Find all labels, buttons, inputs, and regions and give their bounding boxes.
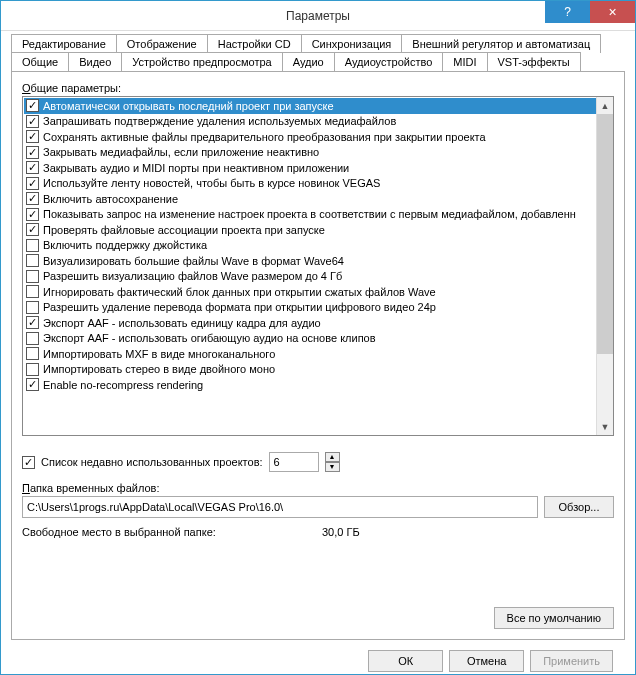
option-label: Игнорировать фактический блок данных при… bbox=[43, 286, 436, 298]
list-item[interactable]: Включить поддержку джойстика bbox=[24, 238, 612, 254]
option-label: Разрешить визуализацию файлов Wave разме… bbox=[43, 270, 342, 282]
list-item[interactable]: Enable no-recompress rendering bbox=[24, 377, 612, 393]
checkbox[interactable] bbox=[26, 115, 39, 128]
checkbox[interactable] bbox=[26, 146, 39, 159]
tab[interactable]: MIDI bbox=[442, 52, 487, 71]
recent-projects-spinner[interactable]: ▲ ▼ bbox=[325, 452, 340, 472]
cancel-button[interactable]: Отмена bbox=[449, 650, 524, 672]
tab[interactable]: Устройство предпросмотра bbox=[121, 52, 282, 71]
tab[interactable]: Настройки CD bbox=[207, 34, 302, 53]
checkbox[interactable] bbox=[26, 192, 39, 205]
tab[interactable]: Синхронизация bbox=[301, 34, 403, 53]
list-item[interactable]: Игнорировать фактический блок данных при… bbox=[24, 284, 612, 300]
option-label: Визуализировать большие файлы Wave в фор… bbox=[43, 255, 344, 267]
apply-button[interactable]: Применить bbox=[530, 650, 613, 672]
list-item[interactable]: Импортировать MXF в виде многоканального bbox=[24, 346, 612, 362]
tabstrip: РедактированиеОтображениеНастройки CDСин… bbox=[11, 34, 625, 72]
spinner-up-icon[interactable]: ▲ bbox=[325, 452, 340, 462]
list-item[interactable]: Разрешить удаление перевода формата при … bbox=[24, 300, 612, 316]
tab[interactable]: Редактирование bbox=[11, 34, 117, 53]
option-label: Закрывать медиафайлы, если приложение не… bbox=[43, 146, 319, 158]
option-label: Экспорт AAF - использовать единицу кадра… bbox=[43, 317, 321, 329]
list-item[interactable]: Разрешить визуализацию файлов Wave разме… bbox=[24, 269, 612, 285]
tab[interactable]: Отображение bbox=[116, 34, 208, 53]
tab[interactable]: Общие bbox=[11, 52, 69, 71]
temp-folder-input[interactable] bbox=[22, 496, 538, 518]
tab[interactable]: Аудио bbox=[282, 52, 335, 71]
list-item[interactable]: Экспорт AAF - использовать единицу кадра… bbox=[24, 315, 612, 331]
options-listbox[interactable]: Автоматически открывать последний проект… bbox=[22, 96, 614, 436]
option-label: Автоматически открывать последний проект… bbox=[43, 100, 334, 112]
list-item[interactable]: Показывать запрос на изменение настроек … bbox=[24, 207, 612, 223]
recent-projects-row: Cписок недавно использованных проектов: … bbox=[22, 452, 614, 472]
free-space-value: 30,0 ГБ bbox=[322, 526, 360, 538]
list-item[interactable]: Автоматически открывать последний проект… bbox=[24, 98, 612, 114]
option-label: Проверять файловые ассоциации проекта пр… bbox=[43, 224, 325, 236]
option-label: Закрывать аудио и MIDI порты при неактив… bbox=[43, 162, 349, 174]
ok-button[interactable]: ОК bbox=[368, 650, 443, 672]
list-item[interactable]: Визуализировать большие файлы Wave в фор… bbox=[24, 253, 612, 269]
list-item[interactable]: Запрашивать подтверждение удаления испол… bbox=[24, 114, 612, 130]
window-controls: ? × bbox=[545, 1, 635, 23]
list-item[interactable]: Закрывать медиафайлы, если приложение не… bbox=[24, 145, 612, 161]
option-label: Импортировать MXF в виде многоканального bbox=[43, 348, 275, 360]
titlebar: Параметры ? × bbox=[1, 1, 635, 31]
option-label: Экспорт AAF - использовать огибающую ауд… bbox=[43, 332, 376, 344]
checkbox[interactable] bbox=[26, 378, 39, 391]
checkbox[interactable] bbox=[26, 130, 39, 143]
window-title: Параметры bbox=[286, 9, 350, 23]
option-label: Enable no-recompress rendering bbox=[43, 379, 203, 391]
section-label: Общие параметры: bbox=[22, 82, 614, 94]
option-label: Используйте ленту новостей, чтобы быть в… bbox=[43, 177, 380, 189]
scroll-thumb[interactable] bbox=[597, 114, 613, 354]
option-label: Включить автосохранение bbox=[43, 193, 178, 205]
tab[interactable]: Видео bbox=[68, 52, 122, 71]
checkbox[interactable] bbox=[26, 270, 39, 283]
list-item[interactable]: Включить автосохранение bbox=[24, 191, 612, 207]
checkbox[interactable] bbox=[26, 208, 39, 221]
checkbox[interactable] bbox=[26, 99, 39, 112]
checkbox[interactable] bbox=[26, 177, 39, 190]
checkbox[interactable] bbox=[26, 254, 39, 267]
scrollbar[interactable]: ▲ ▼ bbox=[596, 97, 613, 435]
free-space-label: Свободное место в выбранной папке: bbox=[22, 526, 322, 538]
tab[interactable]: Аудиоустройство bbox=[334, 52, 444, 71]
tab-panel-general: Общие параметры: Автоматически открывать… bbox=[11, 72, 625, 640]
temp-folder-row: Обзор... bbox=[22, 496, 614, 518]
defaults-button[interactable]: Все по умолчанию bbox=[494, 607, 614, 629]
list-item[interactable]: Экспорт AAF - использовать огибающую ауд… bbox=[24, 331, 612, 347]
close-button[interactable]: × bbox=[590, 1, 635, 23]
tab[interactable]: VST-эффекты bbox=[487, 52, 581, 71]
option-label: Включить поддержку джойстика bbox=[43, 239, 207, 251]
dialog-buttons: ОК Отмена Применить bbox=[11, 640, 625, 672]
recent-projects-checkbox[interactable] bbox=[22, 456, 35, 469]
list-item[interactable]: Проверять файловые ассоциации проекта пр… bbox=[24, 222, 612, 238]
option-label: Сохранять активные файлы предварительног… bbox=[43, 131, 486, 143]
list-item[interactable]: Используйте ленту новостей, чтобы быть в… bbox=[24, 176, 612, 192]
spinner-down-icon[interactable]: ▼ bbox=[325, 462, 340, 472]
checkbox[interactable] bbox=[26, 161, 39, 174]
checkbox[interactable] bbox=[26, 316, 39, 329]
checkbox[interactable] bbox=[26, 332, 39, 345]
scroll-up-icon[interactable]: ▲ bbox=[597, 97, 613, 114]
browse-button[interactable]: Обзор... bbox=[544, 496, 614, 518]
tab[interactable]: Внешний регулятор и автоматизац bbox=[401, 34, 601, 53]
checkbox[interactable] bbox=[26, 239, 39, 252]
recent-projects-input[interactable] bbox=[269, 452, 319, 472]
checkbox[interactable] bbox=[26, 347, 39, 360]
list-item[interactable]: Импортировать стерео в виде двойного мон… bbox=[24, 362, 612, 378]
help-button[interactable]: ? bbox=[545, 1, 590, 23]
option-label: Запрашивать подтверждение удаления испол… bbox=[43, 115, 396, 127]
checkbox[interactable] bbox=[26, 363, 39, 376]
option-label: Показывать запрос на изменение настроек … bbox=[43, 208, 576, 220]
checkbox[interactable] bbox=[26, 285, 39, 298]
option-label: Разрешить удаление перевода формата при … bbox=[43, 301, 436, 313]
checkbox[interactable] bbox=[26, 223, 39, 236]
list-item[interactable]: Сохранять активные файлы предварительног… bbox=[24, 129, 612, 145]
free-space-row: Свободное место в выбранной папке: 30,0 … bbox=[22, 526, 614, 538]
list-item[interactable]: Закрывать аудио и MIDI порты при неактив… bbox=[24, 160, 612, 176]
recent-projects-label: Cписок недавно использованных проектов: bbox=[41, 456, 263, 468]
scroll-down-icon[interactable]: ▼ bbox=[597, 418, 613, 435]
checkbox[interactable] bbox=[26, 301, 39, 314]
client-area: РедактированиеОтображениеНастройки CDСин… bbox=[1, 31, 635, 675]
